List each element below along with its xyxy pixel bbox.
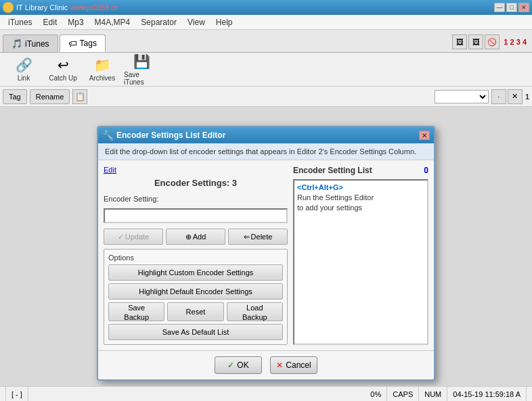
highlight-custom-button[interactable]: Highlight Custom Encoder Settings [108, 264, 283, 281]
menu-m4a[interactable]: M4A,MP4 [89, 16, 136, 28]
dialog-subtitle-text: Edit the drop-down list of encoder setti… [105, 147, 416, 156]
window-title: IT Library Clinic [16, 3, 68, 11]
delete-button[interactable]: ⇐ Delete [228, 229, 288, 245]
encoder-setting-input[interactable] [104, 208, 288, 223]
encoder-list-header: Encoder Setting List 0 [293, 166, 428, 175]
cancel-x-icon: ✕ [276, 360, 283, 370]
save-backup-button[interactable]: SaveBackup [108, 302, 164, 321]
maximize-button[interactable]: □ [506, 3, 517, 12]
cancel-button[interactable]: ✕ Cancel [270, 356, 317, 374]
minimize-button[interactable]: — [494, 3, 505, 12]
dialog-footer: ✓ OK ✕ Cancel [98, 350, 434, 379]
link-icon: 🔗 [16, 57, 32, 73]
menu-mp3[interactable]: Mp3 [62, 16, 89, 28]
menu-separator[interactable]: Separator [135, 16, 182, 28]
dialog-title-bar: 🔧 Encoder Settings List Editor ✕ [98, 127, 434, 143]
encoder-setting-label: Encoder Setting: [104, 195, 288, 203]
encoder-list-box[interactable]: <Ctrl+Alt+G> Run the Settings Editor to … [293, 179, 428, 345]
menu-bar: iTunes Edit Mp3 M4A,MP4 Separator View H… [0, 15, 532, 30]
encoder-settings-dialog: 🔧 Encoder Settings List Editor ✕ Edit th… [97, 126, 435, 381]
add-icon: ⊕ [185, 233, 192, 241]
tag-right-buttons: · ✕ [491, 89, 523, 104]
close-button[interactable]: ✕ [518, 3, 529, 12]
title-bar-left: IT Library Clinic www.pc0359.cn [3, 2, 118, 13]
status-num: NUM [419, 387, 447, 401]
tags-icon: 🏷 [68, 39, 77, 49]
status-caps: CAPS [387, 387, 419, 401]
dialog-left-panel: Edit Encoder Settings: 3 Encoder Setting… [104, 166, 288, 345]
save-itunes-button[interactable]: 💾 Save iTunes [123, 55, 160, 85]
add-button[interactable]: ⊕ Add [166, 229, 225, 245]
reset-button[interactable]: Reset [167, 302, 223, 321]
highlight-default-button[interactable]: Highlight Default Encoder Settings [108, 283, 283, 300]
icon-toolbar: 🔗 Link ↩ Catch Up 📁 Archives 💾 Save iTun… [0, 53, 532, 87]
archives-label: Archives [89, 74, 115, 82]
main-area: 🔧 Encoder Settings List Editor ✕ Edit th… [0, 107, 532, 386]
dialog-right-panel: Encoder Setting List 0 <Ctrl+Alt+G> Run … [293, 166, 428, 345]
menu-help[interactable]: Help [210, 16, 238, 28]
tag-close-btn[interactable]: ✕ [508, 89, 523, 104]
toolbar-img-btn1[interactable]: 🖼 [452, 34, 467, 49]
encoder-list-text-2: to add your settings [297, 203, 424, 213]
tag-button[interactable]: Tag [3, 89, 27, 104]
dialog-title-icon: 🔧 [102, 130, 114, 141]
dialog-close-button[interactable]: ✕ [419, 131, 430, 140]
action-button-row: ✓ Update ⊕ Add ⇐ Delete [104, 229, 288, 245]
update-button[interactable]: ✓ Update [104, 229, 163, 245]
encoder-list-item-1: <Ctrl+Alt+G> [297, 183, 424, 191]
load-backup-button[interactable]: LoadBackup [227, 302, 283, 321]
status-datetime: 04-15-19 11:59:18 A [447, 387, 527, 401]
dialog-title-left: 🔧 Encoder Settings List Editor [102, 130, 225, 141]
archives-button[interactable]: 📁 Archives [84, 55, 120, 85]
delete-label: Delete [251, 233, 273, 241]
title-bar: IT Library Clinic www.pc0359.cn — □ ✕ [0, 0, 532, 15]
catch-up-label: Catch Up [49, 74, 77, 82]
dialog-body: Edit Encoder Settings: 3 Encoder Setting… [98, 160, 434, 350]
toolbar-no-btn[interactable]: 🚫 [485, 34, 500, 49]
menu-view[interactable]: View [182, 16, 210, 28]
update-icon: ✓ [118, 233, 124, 241]
tab-itunes[interactable]: 🎵 iTunes [3, 34, 58, 52]
encoder-list-title: Encoder Setting List [293, 166, 372, 175]
app-icon [3, 2, 14, 13]
link-button[interactable]: 🔗 Link [5, 55, 42, 85]
save-as-default-button[interactable]: Save As Default List [108, 324, 283, 340]
itunes-icon: 🎵 [12, 39, 22, 49]
rename-button[interactable]: Rename [30, 89, 70, 104]
toolbar-right: 🖼 🖼 🚫 1 2 3 4 [452, 34, 529, 52]
dialog-title: Encoder Settings List Editor [116, 131, 225, 140]
status-percent: 0% [365, 387, 387, 401]
toolbar-img-btn2[interactable]: 🖼 [468, 34, 483, 49]
tag-toolbar-right: · ✕ 1 [435, 89, 529, 104]
ok-button[interactable]: ✓ OK [215, 356, 262, 374]
backup-button-row: SaveBackup Reset LoadBackup [108, 302, 283, 321]
tag-select[interactable] [435, 90, 489, 103]
tab-tags[interactable]: 🏷 Tags [60, 34, 106, 52]
menu-edit[interactable]: Edit [38, 16, 63, 28]
catch-up-button[interactable]: ↩ Catch Up [45, 55, 81, 85]
itunes-tab-label: iTunes [25, 39, 49, 49]
catch-up-icon: ↩ [58, 57, 69, 73]
archives-icon: 📁 [94, 57, 111, 73]
modal-overlay: 🔧 Encoder Settings List Editor ✕ Edit th… [0, 107, 532, 386]
window-controls: — □ ✕ [494, 3, 529, 12]
menu-itunes[interactable]: iTunes [3, 16, 38, 28]
status-bar: [ - ] 0% CAPS NUM 04-15-19 11:59:18 A [0, 386, 532, 401]
delete-icon: ⇐ [244, 233, 250, 241]
tab-bar: 🎵 iTunes 🏷 Tags 🖼 🖼 🚫 1 2 3 4 [0, 30, 532, 53]
encoder-list-count: 0 [424, 166, 428, 175]
status-left: [ - ] [5, 387, 28, 401]
edit-link[interactable]: Edit [104, 166, 288, 174]
cancel-label: Cancel [286, 360, 311, 370]
save-itunes-icon: 💾 [133, 53, 150, 70]
tags-tab-label: Tags [80, 39, 97, 48]
save-itunes-label: Save iTunes [124, 71, 159, 86]
encoder-list-text-1: Run the Settings Editor [297, 193, 424, 203]
tag-extra-button[interactable]: 📋 [72, 89, 87, 104]
tag-nav-btn[interactable]: · [491, 89, 506, 104]
ok-label: OK [237, 360, 248, 370]
toolbar-numbers: 1 2 3 4 [501, 38, 529, 46]
update-label: Update [125, 233, 149, 241]
encoder-count: Encoder Settings: 3 [104, 178, 288, 188]
watermark-title: www.pc0359.cn [70, 4, 118, 11]
